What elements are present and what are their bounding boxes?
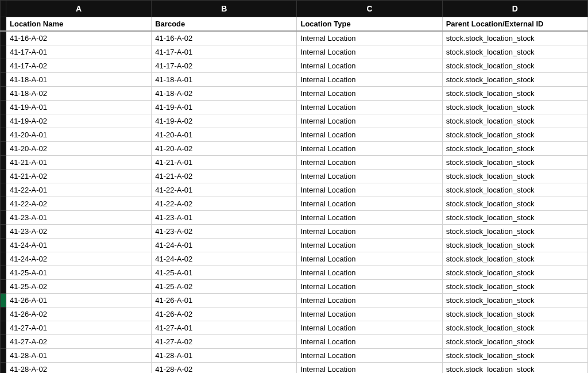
cell-location-name[interactable]: 41-25-A-02	[6, 280, 152, 294]
cell-parent-location[interactable]: stock.stock_location_stock	[442, 225, 587, 239]
cell-barcode[interactable]: 41-17-A-02	[152, 59, 297, 73]
cell-location-name[interactable]: 41-19-A-01	[6, 101, 152, 114]
cell-location-type[interactable]: Internal Location	[297, 335, 442, 349]
column-header-b[interactable]: B	[152, 1, 297, 17]
cell-parent-location[interactable]: stock.stock_location_stock	[442, 197, 587, 211]
table-row[interactable]: 41-25-A-0141-25-A-01Internal Locationsto…	[1, 266, 588, 280]
cell-barcode[interactable]: 41-17-A-01	[152, 45, 297, 59]
cell-barcode[interactable]: 41-25-A-02	[152, 280, 297, 294]
cell-location-name[interactable]: 41-22-A-02	[6, 197, 152, 211]
row-header[interactable]	[1, 31, 6, 45]
table-row[interactable]: 41-27-A-0141-27-A-01Internal Locationsto…	[1, 321, 588, 335]
cell-location-name[interactable]: 41-17-A-02	[6, 59, 152, 73]
cell-parent-location[interactable]: stock.stock_location_stock	[442, 114, 587, 128]
row-header[interactable]	[1, 59, 6, 73]
cell-parent-location[interactable]: stock.stock_location_stock	[442, 59, 587, 73]
cell-location-name[interactable]: 41-21-A-02	[6, 170, 152, 183]
header-parent-location[interactable]: Parent Location/External ID	[442, 17, 587, 32]
cell-location-name[interactable]: 41-19-A-02	[6, 114, 152, 128]
row-header[interactable]	[1, 45, 6, 59]
cell-barcode[interactable]: 41-20-A-01	[152, 128, 297, 142]
row-header[interactable]	[1, 128, 6, 142]
cell-barcode[interactable]: 41-22-A-01	[152, 183, 297, 197]
cell-location-type[interactable]: Internal Location	[297, 197, 442, 211]
table-row[interactable]: 41-26-A-0141-26-A-01Internal Locationsto…	[1, 294, 588, 307]
table-row[interactable]: 41-18-A-0141-18-A-01Internal Locationsto…	[1, 73, 588, 87]
cell-barcode[interactable]: 41-24-A-01	[152, 239, 297, 252]
row-header[interactable]	[1, 101, 6, 114]
cell-location-name[interactable]: 41-24-A-01	[6, 239, 152, 252]
column-header-c[interactable]: C	[297, 1, 442, 17]
table-row[interactable]: 41-19-A-0141-19-A-01Internal Locationsto…	[1, 101, 588, 114]
cell-parent-location[interactable]: stock.stock_location_stock	[442, 156, 587, 170]
cell-location-type[interactable]: Internal Location	[297, 280, 442, 294]
cell-parent-location[interactable]: stock.stock_location_stock	[442, 363, 587, 374]
cell-parent-location[interactable]: stock.stock_location_stock	[442, 87, 587, 101]
cell-parent-location[interactable]: stock.stock_location_stock	[442, 170, 587, 183]
cell-parent-location[interactable]: stock.stock_location_stock	[442, 280, 587, 294]
cell-location-type[interactable]: Internal Location	[297, 142, 442, 156]
cell-barcode[interactable]: 41-28-A-01	[152, 349, 297, 363]
cell-barcode[interactable]: 41-21-A-02	[152, 170, 297, 183]
cell-barcode[interactable]: 41-28-A-02	[152, 363, 297, 374]
row-header[interactable]	[1, 183, 6, 197]
table-row[interactable]: 41-25-A-0241-25-A-02Internal Locationsto…	[1, 280, 588, 294]
table-row[interactable]: 41-17-A-0241-17-A-02Internal Locationsto…	[1, 59, 588, 73]
cell-location-name[interactable]: 41-17-A-01	[6, 45, 152, 59]
cell-parent-location[interactable]: stock.stock_location_stock	[442, 101, 587, 114]
cell-location-name[interactable]: 41-27-A-02	[6, 335, 152, 349]
cell-parent-location[interactable]: stock.stock_location_stock	[442, 45, 587, 59]
table-row[interactable]: 41-21-A-0141-21-A-01Internal Locationsto…	[1, 156, 588, 170]
cell-parent-location[interactable]: stock.stock_location_stock	[442, 128, 587, 142]
cell-location-name[interactable]: 41-18-A-02	[6, 87, 152, 101]
cell-location-type[interactable]: Internal Location	[297, 59, 442, 73]
table-header-row[interactable]: Location Name Barcode Location Type Pare…	[1, 17, 588, 32]
header-barcode[interactable]: Barcode	[152, 17, 297, 32]
cell-parent-location[interactable]: stock.stock_location_stock	[442, 211, 587, 225]
cell-location-type[interactable]: Internal Location	[297, 294, 442, 307]
cell-location-name[interactable]: 41-20-A-02	[6, 142, 152, 156]
cell-barcode[interactable]: 41-19-A-02	[152, 114, 297, 128]
cell-location-type[interactable]: Internal Location	[297, 266, 442, 280]
header-location-type[interactable]: Location Type	[297, 17, 442, 32]
cell-location-name[interactable]: 41-21-A-01	[6, 156, 152, 170]
cell-location-type[interactable]: Internal Location	[297, 252, 442, 266]
cell-parent-location[interactable]: stock.stock_location_stock	[442, 307, 587, 321]
table-row[interactable]: 41-21-A-0241-21-A-02Internal Locationsto…	[1, 170, 588, 183]
column-header-a[interactable]: A	[6, 1, 152, 17]
cell-location-name[interactable]: 41-23-A-02	[6, 225, 152, 239]
cell-barcode[interactable]: 41-27-A-01	[152, 321, 297, 335]
table-row[interactable]: 41-19-A-0241-19-A-02Internal Locationsto…	[1, 114, 588, 128]
table-row[interactable]: 41-22-A-0141-22-A-01Internal Locationsto…	[1, 183, 588, 197]
cell-parent-location[interactable]: stock.stock_location_stock	[442, 183, 587, 197]
cell-location-name[interactable]: 41-27-A-01	[6, 321, 152, 335]
row-header[interactable]	[1, 335, 6, 349]
cell-location-type[interactable]: Internal Location	[297, 156, 442, 170]
cell-barcode[interactable]: 41-26-A-02	[152, 307, 297, 321]
table-row[interactable]: 41-24-A-0241-24-A-02Internal Locationsto…	[1, 252, 588, 266]
cell-parent-location[interactable]: stock.stock_location_stock	[442, 73, 587, 87]
cell-parent-location[interactable]: stock.stock_location_stock	[442, 239, 587, 252]
cell-location-name[interactable]: 41-16-A-02	[6, 31, 152, 45]
cell-location-type[interactable]: Internal Location	[297, 183, 442, 197]
cell-barcode[interactable]: 41-19-A-01	[152, 101, 297, 114]
cell-parent-location[interactable]: stock.stock_location_stock	[442, 252, 587, 266]
cell-location-name[interactable]: 41-28-A-02	[6, 363, 152, 374]
table-row[interactable]: 41-23-A-0141-23-A-01Internal Locationsto…	[1, 211, 588, 225]
cell-parent-location[interactable]: stock.stock_location_stock	[442, 349, 587, 363]
cell-location-type[interactable]: Internal Location	[297, 225, 442, 239]
row-header[interactable]	[1, 73, 6, 87]
cell-location-type[interactable]: Internal Location	[297, 307, 442, 321]
table-row[interactable]: 41-26-A-0241-26-A-02Internal Locationsto…	[1, 307, 588, 321]
row-header[interactable]	[1, 197, 6, 211]
table-row[interactable]: 41-18-A-0241-18-A-02Internal Locationsto…	[1, 87, 588, 101]
cell-location-name[interactable]: 41-22-A-01	[6, 183, 152, 197]
cell-location-name[interactable]: 41-26-A-02	[6, 307, 152, 321]
cell-location-type[interactable]: Internal Location	[297, 349, 442, 363]
row-header[interactable]	[1, 114, 6, 128]
table-row[interactable]: 41-24-A-0141-24-A-01Internal Locationsto…	[1, 239, 588, 252]
row-header[interactable]	[1, 156, 6, 170]
table-row[interactable]: 41-20-A-0141-20-A-01Internal Locationsto…	[1, 128, 588, 142]
header-location-name[interactable]: Location Name	[6, 17, 152, 32]
cell-parent-location[interactable]: stock.stock_location_stock	[442, 142, 587, 156]
